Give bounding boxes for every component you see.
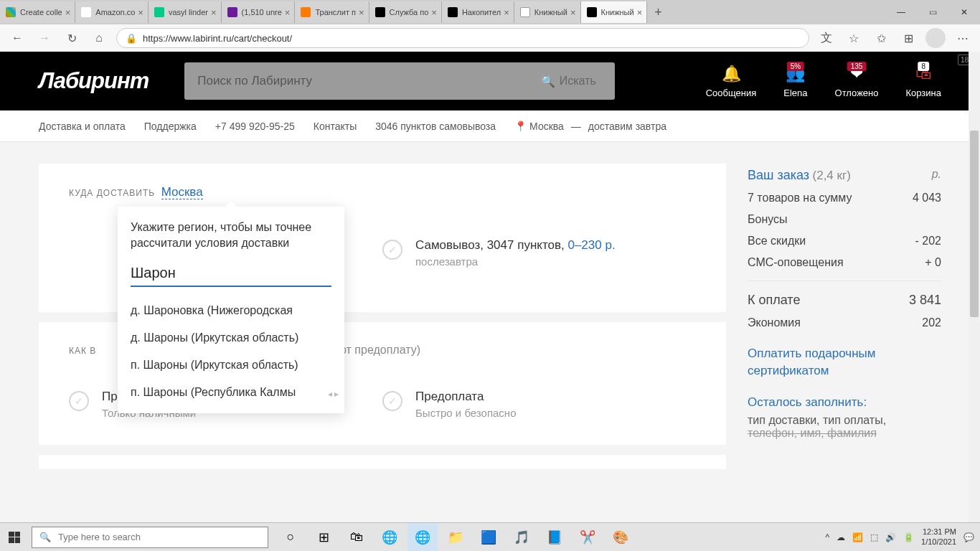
notifications-icon[interactable]: 💬	[963, 532, 974, 542]
tab[interactable]: (1,510 unre×	[222, 1, 296, 23]
close-icon[interactable]: ×	[431, 7, 437, 18]
nav-city[interactable]: 📍Москва—доставим завтра	[514, 121, 666, 132]
scroll-hint-icon[interactable]: ◂ ▸	[328, 389, 339, 399]
translate-icon[interactable]: 文	[816, 28, 837, 48]
clock[interactable]: 12:31 PM1/10/2021	[921, 527, 956, 546]
labirint-icon	[375, 7, 385, 17]
page-icon	[520, 7, 530, 17]
nav-contacts[interactable]: Контакты	[314, 121, 357, 132]
taskbar-search[interactable]: 🔍Type here to search	[32, 527, 268, 548]
explorer-icon[interactable]: 📁	[440, 523, 471, 552]
onedrive-icon[interactable]: ☁	[837, 532, 845, 542]
region-suggestion[interactable]: д. Шароновка (Нижегородская	[131, 297, 331, 324]
volume-icon[interactable]: 🔊	[885, 532, 896, 542]
close-icon[interactable]: ×	[138, 7, 143, 18]
new-tab-button[interactable]: +	[647, 5, 669, 20]
pickup-title: Самовывоз, 3047 пунктов, 0–230 р.	[415, 238, 616, 253]
url-input[interactable]: 🔒 https://www.labirint.ru/cart/checkout/	[116, 28, 809, 48]
cart-link[interactable]: 🛍8Корзина	[905, 65, 941, 98]
home-button[interactable]: ⌂	[89, 28, 109, 48]
order-link[interactable]: Ваш заказ	[748, 168, 809, 182]
site-logo[interactable]: Лабиринт	[39, 68, 149, 94]
bag-icon: 🛍8	[915, 65, 931, 83]
profile-avatar[interactable]	[925, 28, 946, 48]
url-text: https://www.labirint.ru/cart/checkout/	[143, 33, 292, 44]
more-icon[interactable]: ⋯	[953, 28, 973, 48]
windows-icon	[9, 532, 20, 543]
tab[interactable]: Накопител×	[442, 1, 514, 23]
region-suggestion[interactable]: п. Шароны (Республика Калмы	[131, 379, 331, 406]
wifi-icon[interactable]: 📶	[852, 532, 863, 542]
browser-chrome: Create colle× Amazon.co× vasyl linder× (…	[0, 0, 980, 52]
option-prepay[interactable]: ✓ Предоплата Быстро и безопасно	[382, 385, 696, 423]
forward-button[interactable]: →	[34, 28, 55, 48]
search-input[interactable]	[184, 62, 522, 100]
start-button[interactable]	[0, 523, 29, 552]
radio-unchecked-icon: ✓	[382, 391, 402, 411]
user-icon: 👥5%	[786, 65, 805, 83]
heart-icon: ❤135	[850, 65, 863, 83]
close-icon[interactable]: ×	[285, 7, 291, 18]
tab[interactable]: Книжный×	[514, 1, 581, 23]
labirint-icon	[448, 7, 458, 17]
dropbox-icon[interactable]: ⬚	[870, 532, 878, 542]
where-label: КУДА ДОСТАВИТЬ	[69, 188, 155, 198]
account-link[interactable]: 👥5%Elena	[783, 65, 807, 98]
back-button[interactable]: ←	[7, 28, 27, 48]
nav-phone[interactable]: +7 499 920-95-25	[215, 121, 295, 132]
radio-unchecked-icon: ✓	[382, 240, 402, 260]
deferred-link[interactable]: ❤135Отложено	[835, 65, 879, 98]
snip-icon[interactable]: ✂️	[573, 523, 603, 552]
tab-active[interactable]: Книжный×	[581, 1, 648, 23]
site-header: Лабиринт 🔍Искать 🔔Сообщения 👥5%Elena ❤13…	[0, 52, 980, 110]
region-suggestion[interactable]: д. Шароны (Иркутская область)	[131, 324, 331, 352]
favorites-icon[interactable]: ✩	[871, 28, 891, 48]
task-view-icon[interactable]: ⊞	[308, 523, 339, 552]
close-icon[interactable]: ×	[637, 7, 643, 18]
search-icon: 🔍	[39, 532, 51, 542]
close-icon[interactable]: ×	[570, 7, 576, 18]
nav-support[interactable]: Поддержка	[144, 121, 197, 132]
itunes-icon[interactable]: 🎵	[507, 523, 537, 552]
cortana-icon[interactable]: ○	[275, 523, 306, 552]
star-outline-icon[interactable]: ☆	[844, 28, 864, 48]
refresh-button[interactable]: ↻	[62, 28, 82, 48]
zoom-icon[interactable]: 🟦	[473, 523, 504, 552]
gift-cert-link[interactable]: Оплатить подарочным сертификатом	[748, 345, 941, 380]
tab[interactable]: Amazon.co×	[75, 1, 149, 23]
chevron-up-icon[interactable]: ^	[825, 532, 829, 542]
battery-icon[interactable]: 🔋	[903, 532, 914, 542]
app-icon[interactable]: 📘	[540, 523, 570, 552]
scrollbar-thumb[interactable]	[970, 131, 979, 317]
paint-icon[interactable]: 🎨	[606, 523, 636, 552]
tab[interactable]: vasyl linder×	[149, 1, 222, 23]
collections-icon[interactable]: ⊞	[898, 28, 918, 48]
labirint-icon	[587, 7, 597, 17]
region-input[interactable]	[131, 260, 331, 287]
nav-pickup[interactable]: 3046 пунктов самовывоза	[375, 121, 496, 132]
discount-badge: 5%	[787, 62, 804, 71]
remaining-title: Осталось заполнить:	[748, 395, 941, 410]
option-pickup[interactable]: ✓ Самовывоз, 3047 пунктов, 0–230 р. посл…	[382, 234, 696, 272]
lock-icon: 🔒	[126, 33, 137, 44]
close-window-button[interactable]: ✕	[948, 1, 980, 23]
close-icon[interactable]: ×	[359, 7, 364, 18]
messages-link[interactable]: 🔔Сообщения	[706, 65, 757, 98]
maximize-button[interactable]: ▭	[917, 1, 948, 23]
search-button[interactable]: 🔍Искать	[522, 62, 615, 100]
store-icon[interactable]: 🛍	[341, 523, 372, 552]
close-icon[interactable]: ×	[65, 7, 71, 18]
edge-icon[interactable]: 🌐	[407, 523, 438, 552]
ms-icon	[6, 7, 16, 17]
chrome-icon[interactable]: 🌐	[374, 523, 405, 552]
page-scrollbar[interactable]	[969, 52, 980, 522]
close-icon[interactable]: ×	[211, 7, 217, 18]
tab[interactable]: Служба по×	[369, 1, 442, 23]
close-icon[interactable]: ×	[504, 7, 509, 18]
tab[interactable]: Транслит п×	[295, 1, 369, 23]
minimize-button[interactable]: —	[885, 1, 917, 23]
tab[interactable]: Create colle×	[0, 1, 75, 23]
region-suggestion[interactable]: п. Шароны (Иркутская область)	[131, 352, 331, 379]
city-link[interactable]: Москва	[161, 185, 203, 199]
nav-delivery[interactable]: Доставка и оплата	[39, 121, 126, 132]
